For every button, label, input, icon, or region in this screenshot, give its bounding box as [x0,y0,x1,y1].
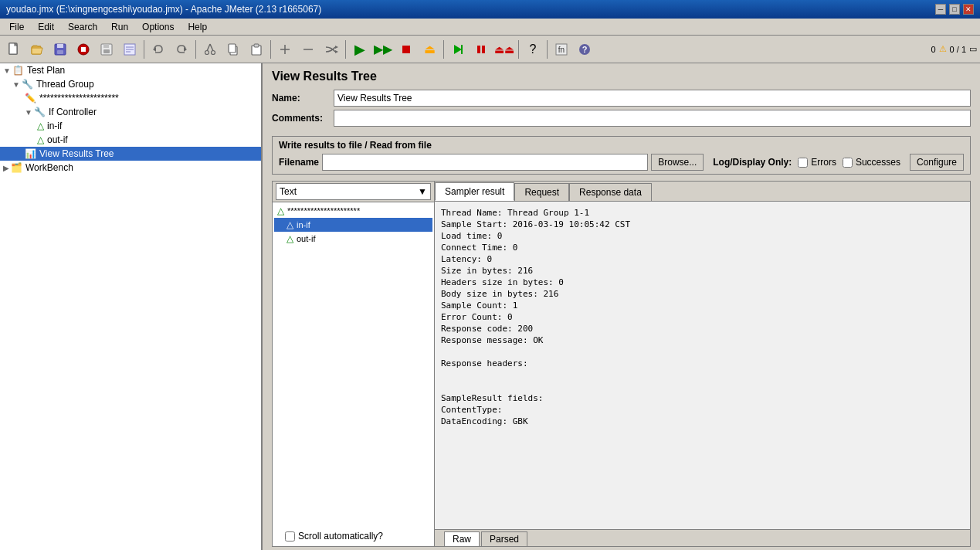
right-panel: View Results Tree Name: Comments: Write … [263,63,980,550]
tree-label-stars: ********************** [39,93,119,104]
expand-icon-workbench: ▶ [3,164,9,172]
detail-line: Thread Name: Thread Group 1-1 [441,208,964,218]
shuffle-button[interactable] [320,39,342,60]
redo-button[interactable] [171,39,192,60]
scroll-auto-checkbox[interactable] [285,531,295,542]
stop-button[interactable]: ⏹ [395,39,417,60]
save-template-button[interactable] [49,39,71,60]
collapse-button[interactable] [297,39,319,60]
new-button[interactable] [3,39,25,60]
menu-run[interactable]: Run [105,20,134,34]
menu-edit[interactable]: Edit [32,20,60,34]
whats-this-button[interactable]: ? [574,39,595,60]
titlebar: youdao.jmx (E:\xingnengceshi\youdao.jmx)… [0,0,980,19]
detail-line: ContentType: [441,405,964,415]
cut-button[interactable] [199,39,221,60]
svg-marker-27 [335,46,338,49]
vrt-title: View Results Tree [263,63,980,87]
filename-label: Filename [279,157,319,168]
shutdown-button[interactable]: ⏏ [419,39,440,60]
svg-point-16 [205,50,209,54]
errors-checkbox-group: Errors [798,157,836,168]
tree-label-out-if: out-if [47,134,68,145]
text-dropdown[interactable]: Text ▼ [276,183,431,200]
help-button[interactable]: ? [522,39,544,60]
name-input[interactable] [334,90,971,107]
svg-rect-23 [254,44,259,47]
svg-text:?: ? [582,45,588,54]
successes-checkbox[interactable] [843,158,853,168]
separator-7 [547,40,548,59]
undo-button[interactable] [148,39,169,60]
tab-raw[interactable]: Raw [444,531,480,546]
tree-node-out-if[interactable]: △ out-if [0,133,261,147]
menu-file[interactable]: File [3,20,30,34]
detail-line: Latency: 0 [441,254,964,264]
detail-line: Response headers: [441,358,964,368]
play-button[interactable]: ▶ [349,39,371,60]
svg-line-19 [210,44,213,51]
tree-node-if-controller[interactable]: ▼ 🔧 If Controller [0,105,261,119]
minimize-button[interactable]: ─ [935,4,946,15]
configure-button[interactable]: Configure [910,154,964,171]
result-icon-in-if: △ [287,219,293,230]
tab-request[interactable]: Request [514,183,569,201]
name-row: Name: [272,90,971,107]
browse-button[interactable]: Browse... [651,154,704,171]
svg-rect-8 [103,44,109,48]
tab-parsed[interactable]: Parsed [481,531,527,546]
errors-checkbox[interactable] [798,158,808,168]
main-layout: ▼ 📋 Test Plan ▼ 🔧 Thread Group ✏️ ******… [0,63,980,550]
open-button[interactable] [26,39,48,60]
tab-sampler-result[interactable]: Sampler result [435,182,514,201]
close-button[interactable]: ✕ [963,4,974,15]
detail-line [441,347,964,357]
tab-response-data[interactable]: Response data [569,183,652,201]
tree-node-workbench[interactable]: ▶ 🗂️ WorkBench [0,161,261,175]
left-panel: ▼ 📋 Test Plan ▼ 🔧 Thread Group ✏️ ******… [0,63,263,550]
stop-all-button[interactable] [73,39,94,60]
comments-input[interactable] [334,110,971,127]
svg-rect-21 [229,44,236,53]
svg-marker-29 [454,45,462,54]
in-if-icon: △ [37,121,44,131]
paste-button[interactable] [246,39,267,60]
remote-shutdown-button[interactable]: ⏏⏏ [493,39,515,60]
tree-node-view-results-tree[interactable]: 📊 View Results Tree [0,147,261,161]
detail-line: Sample Start: 2016-03-19 10:05:42 CST [441,219,964,229]
filename-input[interactable] [322,154,648,171]
remote-play-button[interactable] [447,39,469,60]
stars-icon: ✏️ [25,93,36,104]
result-icon-stars: △ [277,205,284,216]
result-icon-out-if: △ [287,233,293,244]
menu-search[interactable]: Search [62,20,103,34]
expand-button[interactable] [274,39,296,60]
copy-button[interactable] [222,39,244,60]
result-item-in-if[interactable]: △ in-if [274,218,432,232]
text-dropdown-label: Text [280,186,297,197]
tree-node-stars[interactable]: ✏️ ********************** [0,91,261,105]
result-item-out-if[interactable]: △ out-if [274,232,432,246]
tree-node-test-plan[interactable]: ▼ 📋 Test Plan [0,63,261,77]
tree-node-thread-group[interactable]: ▼ 🔧 Thread Group [0,77,261,91]
detail-line: Response message: OK [441,335,964,345]
tree-node-in-if[interactable]: △ in-if [0,119,261,133]
warning-icon: ⚠ [939,44,947,54]
toolbar: ▶ ▶▶ ⏹ ⏏ ⏏⏏ ? fn ? 0 ⚠ 0 / 1 ▭ [0,36,980,63]
functions-button[interactable]: fn [551,39,572,60]
detail-line [441,370,964,380]
result-label-in-if: in-if [297,220,310,229]
results-list: Text ▼ △ ********************** △ in-if [273,182,435,546]
result-item-stars[interactable]: △ ********************** [274,204,432,218]
menu-help[interactable]: Help [181,20,213,34]
comments-label: Comments: [272,113,334,124]
play-no-pause-button[interactable]: ▶▶ [372,39,394,60]
tree-label-test-plan: Test Plan [27,65,65,76]
maximize-button[interactable]: □ [949,4,960,15]
detail-content: Thread Name: Thread Group 1-1Sample Star… [435,202,970,529]
save-button[interactable] [96,39,117,60]
menu-options[interactable]: Options [136,20,180,34]
report-button[interactable] [119,39,141,60]
separator-2 [195,40,196,59]
remote-stop-button[interactable] [470,39,492,60]
